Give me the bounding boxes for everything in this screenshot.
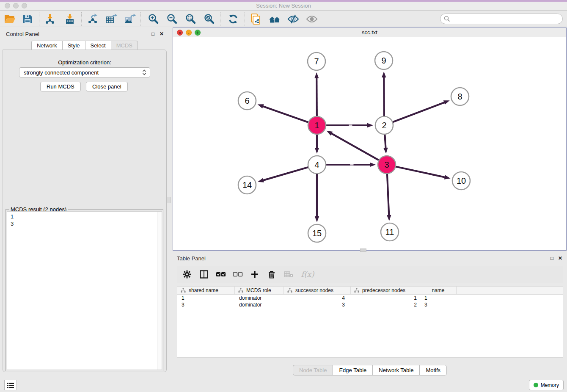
horizontal-splitter-handle[interactable] [360, 248, 366, 252]
cell-successor-nodes[interactable]: 4 [284, 295, 351, 301]
optimization-criterion-select[interactable]: strongly connected component [19, 67, 150, 77]
svg-text:8: 8 [457, 92, 462, 101]
zoom-fit-icon[interactable] [184, 13, 197, 25]
svg-text:7: 7 [314, 57, 319, 66]
cell-shared-name[interactable]: 3 [177, 301, 235, 308]
create-column-icon[interactable] [249, 269, 260, 280]
select-all-columns-icon[interactable] [215, 269, 226, 280]
hide-panels-icon[interactable] [287, 13, 300, 25]
unselect-all-columns-icon[interactable] [232, 269, 243, 280]
app-titlebar: Session: New Session [0, 2, 567, 11]
network-canvas[interactable]: 1234678910111415 [173, 37, 566, 250]
import-table-icon[interactable] [63, 13, 76, 25]
zoom-selected-icon[interactable] [203, 13, 216, 25]
column-header-mcds-role[interactable]: MCDS role [235, 287, 284, 294]
tab-style[interactable]: Style [62, 41, 85, 50]
show-columns-icon[interactable] [198, 269, 209, 280]
import-network-icon[interactable] [44, 13, 56, 25]
table-row[interactable]: 3 dominator 3 2 3 [177, 301, 563, 308]
export-image-icon[interactable] [124, 13, 136, 25]
result-scrollbar[interactable] [157, 212, 162, 370]
svg-text:15: 15 [312, 229, 322, 238]
column-label: successor nodes [295, 287, 333, 293]
show-panels-icon[interactable] [306, 13, 318, 25]
cell-predecessor-nodes[interactable]: 2 [351, 301, 420, 308]
table-panel-title: Table Panel [177, 255, 206, 262]
clone-network-icon[interactable] [250, 13, 262, 25]
column-label: name [432, 287, 444, 293]
close-panel-button[interactable]: Close panel [86, 82, 128, 91]
table-row[interactable]: 1 dominator 4 1 1 [177, 295, 563, 301]
app-close-button[interactable] [5, 3, 10, 8]
column-header-successor-nodes[interactable]: successor nodes [284, 287, 351, 294]
mcds-result-groupbox: MCDS result (2 nodes) 1 3 [6, 209, 163, 371]
cell-predecessor-nodes[interactable]: 1 [351, 295, 420, 301]
float-panel-icon[interactable]: □ [151, 31, 154, 37]
open-file-icon[interactable] [3, 13, 16, 25]
search-icon [444, 16, 450, 22]
status-bar: Memory [0, 377, 567, 392]
cell-name[interactable]: 1 [420, 295, 457, 301]
tab-motifs[interactable]: Motifs [419, 365, 447, 375]
tab-node-table[interactable]: Node Table [293, 365, 333, 375]
vertical-splitter-handle[interactable] [167, 197, 171, 203]
optimization-criterion-value: strongly connected component [24, 69, 99, 76]
control-panel-tabs: Network Style Select MCDS [0, 41, 169, 50]
network-minimize-icon[interactable]: - [186, 30, 192, 36]
tab-mcds[interactable]: MCDS [111, 41, 138, 50]
memory-button[interactable]: Memory [529, 380, 564, 390]
svg-text:4: 4 [314, 160, 319, 169]
search-field[interactable] [440, 14, 563, 24]
task-history-button[interactable] [4, 380, 17, 390]
toolbar-separator [140, 12, 141, 26]
close-panel-icon[interactable]: ✕ [160, 31, 164, 37]
list-icon [7, 382, 14, 389]
cell-mcds-role[interactable]: dominator [235, 301, 284, 308]
column-header-name[interactable]: name [420, 287, 457, 294]
export-network-icon[interactable] [86, 13, 99, 25]
first-neighbors-icon[interactable] [268, 13, 281, 25]
save-icon[interactable] [21, 13, 34, 25]
tab-network[interactable]: Network [31, 41, 62, 50]
search-input[interactable] [450, 16, 562, 22]
column-label: MCDS role [246, 287, 271, 293]
zoom-in-icon[interactable] [147, 13, 160, 25]
cell-successor-nodes[interactable]: 3 [284, 301, 351, 308]
app-minimize-button[interactable] [13, 3, 19, 8]
toolbar-separator [39, 12, 39, 26]
delete-column-icon[interactable] [266, 269, 277, 280]
tab-select[interactable]: Select [85, 41, 111, 50]
mcds-panel: Optimization criterion: strongly connect… [3, 50, 167, 372]
run-mcds-button[interactable]: Run MCDS [40, 82, 81, 91]
function-builder-icon: f(x) [300, 269, 315, 280]
hierarchy-icon [238, 288, 243, 293]
select-stepper-icon [142, 69, 146, 75]
table-settings-icon[interactable] [182, 269, 193, 280]
window-title: Session: New Session [0, 2, 567, 10]
column-label: shared name [189, 287, 218, 293]
column-header-shared-name[interactable]: shared name [177, 287, 235, 294]
cell-mcds-role[interactable]: dominator [235, 295, 284, 301]
svg-text:9: 9 [381, 56, 386, 65]
zoom-out-icon[interactable] [166, 13, 179, 25]
refresh-icon[interactable] [227, 13, 239, 25]
cell-shared-name[interactable]: 1 [177, 295, 235, 301]
float-table-panel-icon[interactable]: □ [550, 255, 553, 261]
mcds-result-text[interactable]: 1 3 [7, 211, 162, 370]
network-close-icon[interactable]: x [177, 30, 183, 36]
svg-text:6: 6 [245, 96, 249, 105]
tab-network-table[interactable]: Network Table [372, 365, 419, 375]
export-table-icon[interactable] [105, 13, 118, 25]
close-table-panel-icon[interactable]: ✕ [558, 255, 562, 261]
cell-name[interactable]: 3 [420, 301, 457, 308]
network-graph[interactable]: 1234678910111415 [173, 37, 566, 250]
node-table: shared name MCDS role successor nodes pr… [177, 286, 563, 358]
tab-edge-table[interactable]: Edge Table [333, 365, 372, 375]
hierarchy-icon [354, 288, 359, 293]
network-maximize-icon[interactable]: + [195, 30, 201, 36]
svg-text:14: 14 [242, 180, 252, 190]
network-view-window: x - + scc.txt 1234678910111415 [173, 28, 567, 251]
column-header-predecessor-nodes[interactable]: predecessor nodes [351, 287, 420, 294]
network-window-titlebar[interactable]: x - + scc.txt [173, 28, 566, 37]
app-zoom-button[interactable] [22, 3, 27, 8]
